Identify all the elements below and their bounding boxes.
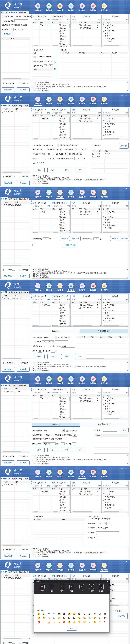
row-checkbox[interactable] xyxy=(59,307,60,308)
reply-group-checkbox[interactable] xyxy=(15,16,16,17)
sidebar-tab-新好友回复[interactable]: 新好友回复 xyxy=(18,104,29,107)
scrollbar-thumb[interactable] xyxy=(69,304,70,308)
tool-视频[interactable]: S视频 xyxy=(58,584,66,592)
number-input[interactable]: 10 xyxy=(98,522,103,525)
horizontal-scrollbar[interactable]: ◄► xyxy=(1,544,30,546)
row-checkbox[interactable] xyxy=(93,156,94,157)
start-new-wechat-button[interactable]: 启动新微信 xyxy=(2,181,15,185)
action-button-停止[interactable]: 停止 xyxy=(75,354,86,359)
scrollbar-thumb[interactable] xyxy=(104,325,119,326)
nav-item-群组设置[interactable]: ⚙群组设置 xyxy=(54,470,66,478)
sidebar-tab-新好友回复[interactable]: 新好友回复 xyxy=(18,11,29,14)
nav-item-消息转发[interactable]: ♻消息转发 xyxy=(77,470,88,478)
add-keyword-button[interactable]: 添加 xyxy=(121,428,129,432)
number-input[interactable]: 10 xyxy=(93,238,99,240)
sidebar-tab-新好友回复[interactable]: 新好友回复 xyxy=(18,291,29,294)
send-target-dropdown[interactable]: 群发内部好友▼ xyxy=(43,144,59,147)
new-content-button[interactable]: 新建内容 xyxy=(116,613,128,619)
search-input[interactable]: 群名称 xyxy=(72,205,76,207)
send-time-input[interactable]: 2022-03-18 20:27:31 xyxy=(43,148,60,151)
nav-item-手机爆粉[interactable]: ⌘手机爆粉 xyxy=(66,3,77,12)
save-settings-button[interactable]: 保存设置 xyxy=(17,274,29,278)
scrollbar-thumb[interactable] xyxy=(129,201,129,210)
vertical-scrollbar[interactable]: ▼ xyxy=(69,24,70,45)
row-checkbox[interactable] xyxy=(103,310,105,311)
filter-link[interactable]: 过滤 xyxy=(33,574,36,578)
row-checkbox[interactable] xyxy=(2,391,3,392)
row-checkbox[interactable] xyxy=(59,304,60,306)
scrollbar-thumb[interactable] xyxy=(53,512,58,512)
row-checkbox[interactable] xyxy=(59,499,60,500)
row-checkbox[interactable] xyxy=(103,504,105,506)
row-checkbox[interactable] xyxy=(59,211,60,213)
dialog-close-icon[interactable]: ✕ xyxy=(107,580,108,582)
emoji-icon[interactable]: 🤭 xyxy=(57,616,61,620)
horizontal-scrollbar[interactable]: ◄► xyxy=(1,451,30,453)
row-checkbox[interactable] xyxy=(103,411,105,413)
nav-item-定时群发[interactable]: ◷定时群发 xyxy=(43,96,54,105)
row-checkbox[interactable] xyxy=(103,403,105,404)
number-input[interactable]: 10 xyxy=(43,238,49,240)
horizontal-scrollbar[interactable]: ◄► xyxy=(71,232,101,233)
dialog-ok-button[interactable]: 确定 xyxy=(67,627,77,630)
row-checkbox[interactable] xyxy=(40,304,42,306)
close-button[interactable]: ✕ xyxy=(125,467,128,470)
emoji-icon[interactable]: ☀ xyxy=(57,620,61,624)
close-button[interactable]: ✕ xyxy=(125,1,128,3)
row-checkbox[interactable] xyxy=(40,398,42,399)
search-input[interactable]: 内部好友名称 xyxy=(33,19,42,20)
row-checkbox[interactable] xyxy=(59,222,60,224)
scrollbar-thumb[interactable] xyxy=(3,265,21,266)
pull-group-button[interactable]: 一键拉群 xyxy=(60,236,70,241)
tool-群邀请[interactable]: Q群邀请 xyxy=(98,584,105,592)
stop-pull-button[interactable]: 停止拉群 xyxy=(71,236,81,241)
search-link[interactable]: 搜索 xyxy=(125,391,129,394)
emoji-icon[interactable]: ✊ xyxy=(92,620,97,624)
action-button-继续[interactable]: 继续 xyxy=(61,168,72,172)
emoji-icon[interactable]: ☕ xyxy=(98,616,102,620)
row-checkbox[interactable] xyxy=(59,123,60,125)
nav-item-专线回复[interactable]: ☎专线回复 xyxy=(88,470,99,478)
interval-from-input[interactable]: 10 xyxy=(9,28,14,31)
nav-item-消息转发[interactable]: ♻消息转发 xyxy=(77,376,88,384)
search-link[interactable]: 搜索 xyxy=(98,391,101,394)
search-input[interactable]: 内部好友名称 xyxy=(33,485,42,487)
search-link[interactable]: 搜索 xyxy=(66,298,70,301)
row-checkbox[interactable] xyxy=(40,491,42,492)
row-checkbox[interactable] xyxy=(59,227,60,229)
emoji-icon[interactable]: 🌙 xyxy=(52,620,56,624)
filter-link[interactable]: 过滤 xyxy=(52,574,55,578)
emoji-icon[interactable]: ❤ xyxy=(42,620,46,624)
nav-item-专线回复[interactable]: ☎专线回复 xyxy=(88,376,99,384)
action-button-继续[interactable]: 继续 xyxy=(61,354,72,359)
nav-item-定时群发[interactable]: ◷定时群发 xyxy=(43,190,54,198)
sidebar-tab-账号列[interactable]: 账号列 xyxy=(0,104,8,107)
emoji-icon[interactable]: 😍 xyxy=(47,612,51,616)
send-now-radio[interactable] xyxy=(60,144,62,146)
turing-reply-checkbox[interactable] xyxy=(2,20,4,22)
nav-item-企微群发[interactable]: ✳企微群发 xyxy=(32,283,43,291)
scrollbar-thumb[interactable] xyxy=(104,512,119,512)
quit-group-button[interactable]: 一键退群 xyxy=(110,236,119,241)
minimize-button[interactable]: — xyxy=(120,280,123,283)
sidebar-tab-新好友回复[interactable]: 新好友回复 xyxy=(18,570,29,574)
row-checkbox[interactable] xyxy=(59,400,60,402)
sidebar-tab-新好友回复[interactable]: 新好友回复 xyxy=(18,477,29,480)
scrollbar-thumb[interactable] xyxy=(129,480,129,490)
vertical-scrollbar[interactable]: ▼ xyxy=(69,490,70,511)
row-checkbox[interactable] xyxy=(59,128,60,130)
row-checkbox[interactable] xyxy=(103,502,105,503)
row-checkbox[interactable] xyxy=(103,222,105,224)
search-link[interactable]: 搜索 xyxy=(125,112,129,114)
row-checkbox[interactable] xyxy=(103,41,105,42)
filter-link[interactable]: 过滤 xyxy=(72,108,75,111)
emoji-icon[interactable]: 🍉 xyxy=(82,616,87,620)
row-checkbox[interactable] xyxy=(40,118,42,120)
sidebar-tab-账号列[interactable]: 账号列 xyxy=(0,197,8,200)
row-checkbox[interactable] xyxy=(59,318,60,320)
clear-log-button[interactable]: 清理信息 xyxy=(31,107,32,107)
row-checkbox[interactable] xyxy=(59,126,60,128)
emoji-icon[interactable]: 😜 xyxy=(98,612,102,616)
filter-link[interactable]: 过滤 xyxy=(72,481,75,484)
scrollbar-thumb[interactable] xyxy=(53,418,58,419)
